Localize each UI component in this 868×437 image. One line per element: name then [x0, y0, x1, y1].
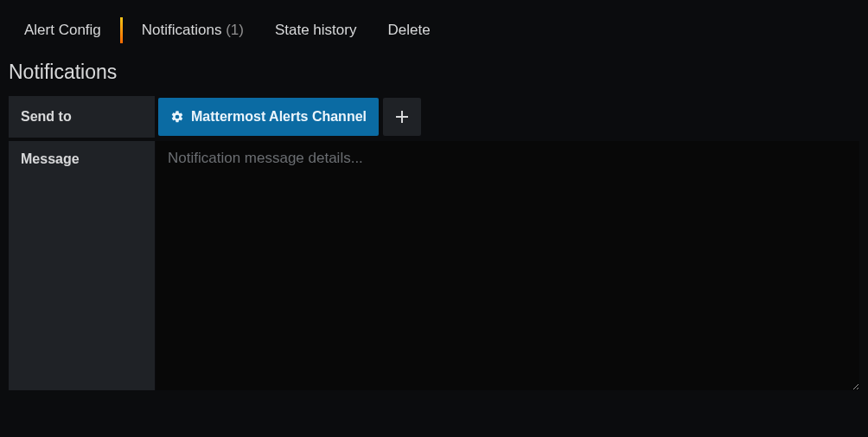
tab-divider	[120, 17, 123, 43]
add-channel-button[interactable]	[383, 98, 421, 136]
gear-icon	[170, 110, 184, 124]
tab-alert-config-label: Alert Config	[24, 22, 101, 38]
tab-notifications-label: Notifications	[142, 22, 222, 38]
send-to-row: Send to Mattermost Alerts Channel	[9, 96, 859, 138]
message-textarea[interactable]	[156, 141, 859, 390]
tab-delete[interactable]: Delete	[372, 13, 445, 48]
notifications-section: Notifications Send to Mattermost Alerts …	[0, 61, 868, 390]
tab-notifications-count: (1)	[226, 22, 244, 38]
channel-chip-mattermost[interactable]: Mattermost Alerts Channel	[158, 98, 379, 136]
plus-icon	[396, 107, 408, 127]
tab-alert-config[interactable]: Alert Config	[9, 13, 117, 48]
svg-rect-1	[396, 116, 408, 118]
tabs-bar: Alert Config Notifications (1) State his…	[0, 0, 868, 61]
tab-state-history-label: State history	[275, 22, 357, 38]
tab-notifications[interactable]: Notifications (1)	[126, 13, 259, 48]
tab-delete-label: Delete	[387, 22, 430, 38]
section-title: Notifications	[9, 61, 859, 84]
channel-chips: Mattermost Alerts Channel	[156, 96, 424, 138]
channel-chip-label: Mattermost Alerts Channel	[191, 109, 367, 125]
message-row: Message	[9, 141, 859, 390]
tab-state-history[interactable]: State history	[259, 13, 373, 48]
message-label: Message	[9, 141, 156, 390]
send-to-label: Send to	[9, 96, 156, 138]
